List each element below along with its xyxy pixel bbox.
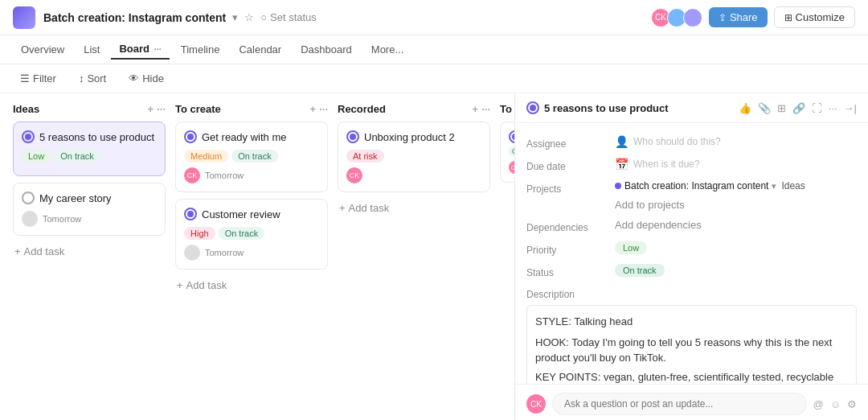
- card-footer-2: Tomorrow: [22, 211, 157, 227]
- share-icon: ⇪: [719, 12, 727, 23]
- chevron-icon: ▾: [772, 181, 776, 191]
- column-to-create: To create + ··· Get ready with me Medium…: [175, 103, 328, 414]
- ellipsis-icon[interactable]: ···: [829, 102, 837, 114]
- description-section: Description STYLE: Talking head HOOK: To…: [526, 289, 857, 384]
- panel-header: 5 reasons to use product 👍 📎 ⊞ 🔗 ⛶ ··· →…: [515, 93, 868, 123]
- card-unboxing[interactable]: Unboxing product 2 At risk CK: [338, 121, 490, 192]
- add-task-to-create[interactable]: + Add task: [175, 276, 328, 294]
- app-header: Batch creation: Instagram content ▾ ☆ ○ …: [0, 0, 868, 35]
- chevron-down-icon[interactable]: ▾: [232, 11, 238, 23]
- app-title: Batch creation: Instagram content: [43, 11, 226, 24]
- card-get-ready[interactable]: Get ready with me Medium On track CK Tom…: [175, 121, 328, 192]
- tab-calendar[interactable]: Calendar: [231, 40, 289, 59]
- card-to-edit-1[interactable]: On CK: [500, 121, 514, 183]
- card-avatar-placeholder: [22, 211, 38, 227]
- star-icon[interactable]: ☆: [244, 11, 254, 23]
- comment-avatar: CK: [526, 394, 546, 414]
- tag-on-track-3: On track: [231, 150, 278, 163]
- header-right: CK ⇪ Share ⊞ Customize: [651, 6, 855, 28]
- comment-icons: @ ☺ ⚙: [813, 398, 857, 410]
- project-dot: [615, 183, 621, 189]
- comment-settings-icon[interactable]: ⚙: [847, 398, 857, 410]
- status-tag: On track: [615, 264, 665, 277]
- card-tags-5: At risk: [346, 150, 481, 163]
- plus-icon-ideas[interactable]: +: [148, 103, 154, 115]
- panel-row-dependencies: Dependencies Add dependencies: [526, 215, 857, 237]
- add-task-ideas[interactable]: + Add task: [13, 242, 166, 261]
- layout-icon[interactable]: ⊞: [777, 102, 786, 114]
- card-circle-3: [184, 130, 197, 143]
- tab-timeline[interactable]: Timeline: [173, 40, 228, 59]
- card-circle-4: [184, 208, 197, 220]
- set-status-btn[interactable]: ○ Set status: [260, 11, 317, 23]
- tag-low: Low: [22, 150, 51, 163]
- tag-on-track: On track: [54, 150, 100, 163]
- add-dependencies-btn[interactable]: Add dependencies: [615, 219, 702, 231]
- comment-emoji-icon[interactable]: ☺: [830, 398, 841, 410]
- plus-icon-3: +: [339, 202, 346, 214]
- header-icons: ▾ ☆ ○ Set status: [232, 11, 317, 23]
- card-avatar-placeholder-4: [184, 245, 200, 261]
- column-recorded: Recorded + ··· Unboxing product 2 At ris…: [338, 103, 490, 414]
- close-icon[interactable]: →|: [844, 102, 857, 114]
- filter-icon: ☰: [20, 72, 30, 84]
- tag-on-track-4: On track: [219, 227, 265, 240]
- thumbsup-icon[interactable]: 👍: [739, 102, 751, 114]
- link-icon[interactable]: 🔗: [792, 102, 805, 114]
- card-tags: Low On track: [22, 150, 157, 163]
- panel-body: Assignee 👤 Who should do this? Due date …: [515, 123, 868, 384]
- clock-icon: ○: [260, 11, 267, 23]
- more-icon-recorded[interactable]: ···: [481, 103, 490, 115]
- tag-medium: Medium: [184, 150, 228, 163]
- comment-input[interactable]: [552, 393, 807, 415]
- more-icon-to-create[interactable]: ···: [319, 103, 328, 115]
- card-footer-6: CK: [509, 161, 514, 174]
- comment-at-icon[interactable]: @: [813, 398, 824, 410]
- tab-list[interactable]: List: [76, 40, 108, 59]
- panel-row-add-projects: Add to projects: [526, 199, 857, 215]
- description-box[interactable]: STYLE: Talking head HOOK: Today I'm goin…: [526, 305, 857, 384]
- board-columns: Ideas + ··· 5 reasons to use product Low…: [0, 93, 514, 420]
- project-tag[interactable]: Batch creation: Instagram content ▾: [615, 180, 776, 191]
- tab-more[interactable]: More...: [363, 40, 411, 59]
- tag-high: High: [184, 227, 215, 240]
- card-footer-3: CK Tomorrow: [184, 167, 319, 183]
- tab-overview[interactable]: Overview: [13, 40, 72, 59]
- more-icon-ideas[interactable]: ···: [157, 103, 166, 115]
- sort-button[interactable]: ↕ Sort: [72, 69, 113, 88]
- add-to-projects-btn[interactable]: Add to projects: [615, 199, 685, 211]
- comment-area: CK @ ☺ ⚙: [515, 384, 868, 420]
- share-button[interactable]: ⇪ Share: [709, 7, 768, 27]
- card-avatar-6: CK: [509, 161, 514, 174]
- fullscreen-icon[interactable]: ⛶: [812, 102, 822, 114]
- sort-icon: ↕: [79, 72, 84, 84]
- avatar-3: [683, 8, 702, 27]
- hide-button[interactable]: 👁 Hide: [121, 69, 171, 88]
- plus-icon-recorded[interactable]: +: [473, 103, 479, 115]
- attach-icon[interactable]: 📎: [758, 102, 771, 114]
- card-my-career[interactable]: My career story Tomorrow: [13, 183, 166, 236]
- plus-icon-to-create[interactable]: +: [310, 103, 317, 115]
- add-task-recorded[interactable]: + Add task: [338, 199, 490, 217]
- tag-on-6: On: [509, 146, 514, 156]
- panel-row-priority: Priority Low: [526, 237, 857, 260]
- eye-icon: 👁: [129, 72, 139, 84]
- card-tags-4: High On track: [184, 227, 319, 240]
- card-footer-5: CK: [346, 167, 481, 183]
- card-customer-review[interactable]: Customer review High On track Tomorrow: [175, 199, 328, 270]
- toolbar: ☰ Filter ↕ Sort 👁 Hide: [0, 64, 868, 93]
- column-to-edit: To edi... On CK: [500, 103, 514, 414]
- tab-board[interactable]: Board ···: [111, 39, 169, 60]
- desc-style: STYLE: Talking head: [535, 314, 848, 330]
- person-icon: 👤: [615, 135, 628, 148]
- card-title-5-reasons: 5 reasons to use product: [22, 130, 157, 143]
- customize-icon: ⊞: [784, 12, 792, 23]
- filter-button[interactable]: ☰ Filter: [13, 69, 63, 88]
- tab-dashboard[interactable]: Dashboard: [293, 40, 360, 59]
- card-5-reasons[interactable]: 5 reasons to use product Low On track: [13, 121, 166, 176]
- column-header-recorded: Recorded + ···: [338, 103, 490, 115]
- card-footer-4: Tomorrow: [184, 245, 319, 261]
- customize-button[interactable]: ⊞ Customize: [774, 6, 855, 28]
- panel-title: 5 reasons to use product: [526, 101, 731, 114]
- column-header-to-edit: To edi...: [500, 103, 514, 115]
